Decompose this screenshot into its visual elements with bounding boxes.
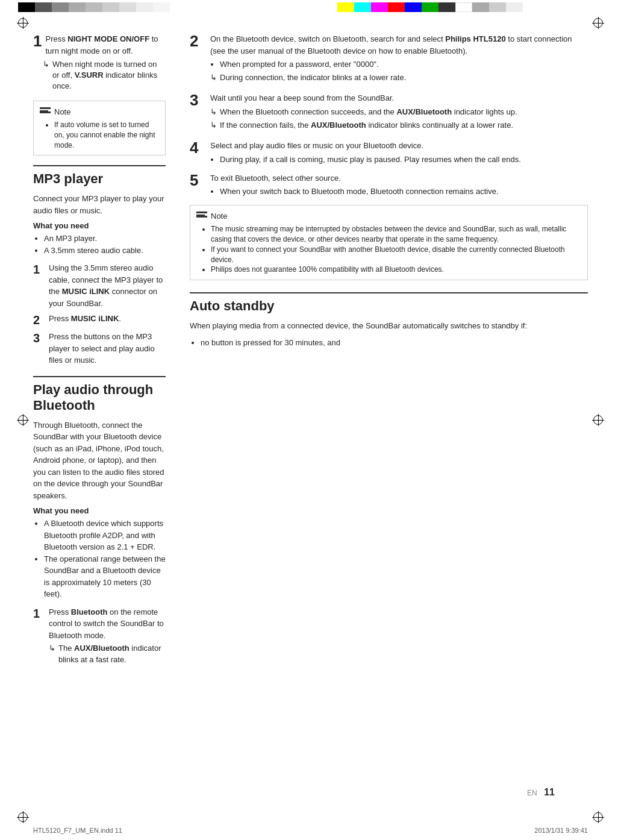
step1-text: Press NIGHT MODE ON/OFF to turn night mo…	[45, 33, 166, 57]
color-swatch	[405, 2, 422, 12]
step1-arrow-text: When night mode is turned on or off, V.S…	[52, 59, 166, 92]
right-step5-num: 5	[190, 172, 205, 188]
bt-step1-text: Press Bluetooth on the remote control to…	[49, 606, 166, 667]
reg-mark-ml	[17, 414, 29, 426]
note-icon-1	[40, 107, 51, 116]
note2-item-2: If you want to connect your SoundBar wit…	[211, 245, 581, 265]
color-swatch	[388, 2, 405, 12]
arrow-icon-s3a: ↳	[210, 107, 217, 118]
step5-sub-1: When your switch back to Bluetooth mode,…	[220, 186, 588, 197]
color-swatch	[455, 2, 472, 12]
step1-number: 1	[33, 33, 42, 49]
en-label: EN	[527, 789, 537, 797]
right-step5: 5 To exit Bluetooth, select other source…	[190, 172, 588, 198]
step1-arrow: ↳ When night mode is turned on or off, V…	[43, 59, 166, 92]
step4-sub-list: During play, if a call is coming, music …	[210, 154, 588, 165]
step3-arrow1: ↳ When the Bluetooth connection succeeds…	[210, 107, 588, 118]
color-swatch	[102, 2, 119, 12]
color-swatch	[153, 2, 170, 12]
color-swatch	[337, 2, 354, 12]
reg-mark-tl	[17, 17, 29, 29]
reg-mark-br	[592, 811, 604, 823]
mp3-step1-text: Using the 3.5mm stereo audio cable, conn…	[49, 262, 166, 309]
note-box-1: Note If auto volume is set to turned on,…	[33, 101, 166, 156]
note-label-1: Note	[54, 106, 70, 118]
mp3-body: Connect your MP3 player to play your aud…	[33, 193, 166, 216]
bt-step1-arrow: ↳ The AUX/Bluetooth indicator blinks at …	[49, 643, 166, 665]
step4-sub-1: During play, if a call is coming, music …	[220, 154, 588, 165]
mp3-step3-text: Press the buttons on the MP3 player to s…	[49, 331, 166, 366]
mp3-step3: 3 Press the buttons on the MP3 player to…	[33, 331, 166, 366]
footer-date: 2013/1/31 9:39:41	[534, 827, 588, 834]
step2-sub-list: When prompted for a password, enter "000…	[210, 59, 588, 70]
color-swatch	[136, 2, 153, 12]
bt-what-you-need: What you need	[33, 506, 166, 515]
mp3-needs-list: An MP3 player. A 3.5mm stereo audio cabl…	[33, 233, 166, 256]
right-step4: 4 Select and play audio files or music o…	[190, 140, 588, 165]
auto-title: Auto standby	[190, 292, 588, 314]
bt-step1-num: 1	[33, 606, 46, 621]
bluetooth-section: Play audio through Bluetooth Through Blu…	[33, 376, 166, 667]
right-column: 2 On the Bluetooth device, switch on Blu…	[190, 33, 588, 816]
arrow-icon: ↳	[43, 59, 49, 70]
reg-mark-bl	[17, 811, 29, 823]
step1-bold: NIGHT MODE ON/OFF	[67, 34, 149, 43]
left-column: 1 Press NIGHT MODE ON/OFF to turn night …	[33, 33, 166, 816]
page-number-block: EN 11	[527, 787, 555, 798]
right-step2-num: 2	[190, 33, 205, 49]
step5-sub-list: When your switch back to Bluetooth mode,…	[210, 186, 588, 197]
arrow-icon-bt1: ↳	[49, 643, 55, 654]
mp3-step3-num: 3	[33, 331, 46, 345]
mp3-step1-num: 1	[33, 262, 46, 277]
right-step3-content: Wait until you hear a beep sound from th…	[210, 92, 588, 133]
mp3-step2-num: 2	[33, 313, 46, 327]
note-box-2: Note The music streaming may be interrup…	[190, 205, 588, 280]
mp3-need-2: A 3.5mm stereo audio cable.	[44, 245, 166, 257]
note-icon-2	[196, 212, 207, 220]
auto-item-1: no button is pressed for 30 minutes, and	[201, 337, 588, 349]
note-list-1: If auto volume is set to turned on, you …	[46, 120, 159, 150]
step3-arrow2: ↳ If the connection fails, the AUX/Bluet…	[210, 120, 588, 131]
step3-arrow2-text: If the connection fails, the AUX/Bluetoo…	[220, 120, 513, 131]
page-content: 1 Press NIGHT MODE ON/OFF to turn night …	[33, 33, 588, 816]
mp3-title: MP3 player	[33, 165, 166, 187]
color-swatch	[371, 2, 388, 12]
color-swatch	[506, 2, 523, 12]
arrow-icon-s2: ↳	[210, 72, 217, 83]
mp3-step2: 2 Press MUSIC iLINK.	[33, 313, 166, 327]
page-num: 11	[544, 787, 555, 797]
color-swatch	[489, 2, 506, 12]
mp3-what-you-need: What you need	[33, 221, 166, 230]
bt-need-2: The operational range between the SoundB…	[44, 553, 166, 600]
color-swatch	[438, 2, 455, 12]
right-step3-num: 3	[190, 92, 205, 108]
mp3-step2-text: Press MUSIC iLINK.	[49, 313, 166, 325]
color-swatch	[422, 2, 438, 12]
note2-item-3: Philips does not guarantee 100% compatib…	[211, 265, 581, 275]
bt-body: Through Bluetooth, connect the SoundBar …	[33, 419, 166, 502]
footer-file: HTL5120_F7_UM_EN.indd 11	[33, 827, 122, 834]
auto-list: no button is pressed for 30 minutes, and	[190, 337, 588, 349]
note-label-2: Note	[211, 210, 227, 222]
bt-needs-list: A Bluetooth device which supports Blueto…	[33, 518, 166, 600]
step3-arrow1-text: When the Bluetooth connection succeeds, …	[220, 107, 517, 118]
right-step4-num: 4	[190, 140, 205, 155]
bt-step1-arrow-text: The AUX/Bluetooth indicator blinks at a …	[58, 643, 166, 665]
right-step2: 2 On the Bluetooth device, switch on Blu…	[190, 33, 588, 85]
footer: HTL5120_F7_UM_EN.indd 11 2013/1/31 9:39:…	[33, 827, 588, 834]
step2-arrow: ↳ During connection, the indicator blink…	[210, 72, 588, 83]
bt-need-1: A Bluetooth device which supports Blueto…	[44, 518, 166, 553]
reg-mark-mr	[592, 414, 604, 426]
color-swatch	[119, 2, 136, 12]
note-list-2: The music streaming may be interrupted b…	[202, 224, 581, 275]
color-swatch	[69, 2, 86, 12]
arrow-icon-s3b: ↳	[210, 120, 217, 131]
mp3-step1: 1 Using the 3.5mm stereo audio cable, co…	[33, 262, 166, 309]
note-item-1: If auto volume is set to turned on, you …	[54, 120, 159, 150]
color-swatch	[354, 2, 371, 12]
bt-step1: 1 Press Bluetooth on the remote control …	[33, 606, 166, 667]
color-swatch	[86, 2, 102, 12]
mp3-section: MP3 player Connect your MP3 player to pl…	[33, 165, 166, 366]
note2-item-1: The music streaming may be interrupted b…	[211, 224, 581, 245]
color-swatch	[35, 2, 52, 12]
